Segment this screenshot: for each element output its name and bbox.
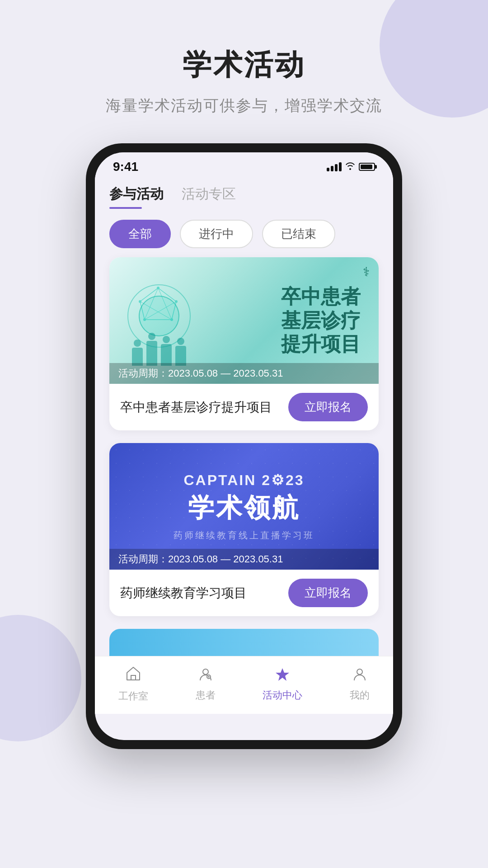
banner-main-title: 卒中患者基层诊疗提升项目 [204,285,361,356]
nav-activity[interactable]: 活动中心 [263,667,302,702]
card-period-bar-2: 活动周期：2023.05.08 — 2023.05.31 [109,549,379,570]
filter-ongoing[interactable]: 进行中 [180,220,253,248]
bottom-nav: 工作室 患者 [95,656,393,714]
signal-bar-2 [331,166,333,171]
nav-patient[interactable]: 患者 [196,667,216,702]
card-title-2: 药师继续教育学习项目 [120,585,247,602]
filter-all[interactable]: 全部 [109,220,171,248]
svg-line-4 [140,302,172,320]
svg-point-9 [139,300,141,303]
captain-title-cn: 学术领航 [188,491,300,526]
svg-rect-10 [131,675,136,680]
nav-patient-label: 患者 [196,689,216,702]
card-footer-1: 卒中患者基层诊疗提升项目 立即报名 [109,384,379,430]
signal-bar-3 [335,164,338,171]
activity-card-2: CAPTAIN 2⚙23 学术领航 药师继续教育线上直播学习班 活动周期：202… [109,443,379,616]
signal-bars-icon [327,162,342,171]
svg-point-7 [170,318,173,321]
register-btn-1[interactable]: 立即报名 [288,393,368,421]
captain-title-en: CAPTAIN 2⚙23 [183,472,304,489]
nav-workspace-label: 工作室 [118,689,148,703]
mesh-svg [127,283,190,347]
phone-screen: 9:41 [95,152,393,740]
filter-ended[interactable]: 已结束 [262,220,335,248]
people-silhouette [132,341,186,366]
person-2 [146,341,157,366]
card-banner-3-partial [109,629,379,656]
svg-marker-0 [140,288,176,320]
app-content: 参与活动 活动专区 全部 进行中 已结束 [95,178,393,656]
status-time: 9:41 [113,160,138,174]
nav-workspace[interactable]: 工作室 [118,665,148,703]
card-title-1: 卒中患者基层诊疗提升项目 [120,399,272,416]
patient-icon [197,667,214,685]
svg-point-6 [175,300,178,303]
captain-subtitle: 药师继续教育线上直播学习班 [174,529,314,542]
status-icons [327,162,375,172]
nav-activity-label: 活动中心 [263,689,302,702]
person-3 [161,344,172,366]
card-banner-1: 卒中患者基层诊疗提升项目 ⚕ 活动周期：2023.05.08 — 2023.05… [109,257,379,384]
activity-card-1: 卒中患者基层诊疗提升项目 ⚕ 活动周期：2023.05.08 — 2023.05… [109,257,379,430]
tab-bar: 参与活动 活动专区 [109,178,379,209]
svg-point-8 [143,318,146,321]
card-banner-2: CAPTAIN 2⚙23 学术领航 药师继续教育线上直播学习班 活动周期：202… [109,443,379,570]
tab-special[interactable]: 活动专区 [182,185,236,209]
phone-wrapper: 9:41 [0,143,488,749]
battery-fill [361,165,372,169]
deco-icon: ⚕ [363,264,370,279]
svg-point-14 [357,669,362,675]
svg-point-11 [203,669,208,675]
tab-participate[interactable]: 参与活动 [109,185,164,209]
phone-mockup: 9:41 [86,143,402,749]
page-header: 学术活动 海量学术活动可供参与，增强学术交流 [0,0,488,116]
card-period-bar-1: 活动周期：2023.05.08 — 2023.05.31 [109,363,379,384]
status-bar: 9:41 [95,152,393,178]
battery-icon [359,163,375,171]
filter-bar: 全部 进行中 已结束 [109,209,379,257]
mine-icon [352,667,368,685]
svg-marker-13 [276,668,289,681]
signal-bar-4 [339,162,342,171]
nav-mine-label: 我的 [350,689,370,702]
card-footer-2: 药师继续教育学习项目 立即报名 [109,570,379,616]
wifi-icon [345,162,355,172]
banner-text-1: 卒中患者基层诊疗提升项目 [204,285,365,356]
activity-icon [274,667,291,685]
nav-mine[interactable]: 我的 [350,667,370,702]
workspace-icon [125,665,141,686]
svg-point-5 [157,287,160,289]
page-subtitle: 海量学术活动可供参与，增强学术交流 [0,95,488,116]
register-btn-2[interactable]: 立即报名 [288,579,368,607]
brain-visual [123,275,204,366]
signal-bar-1 [327,168,329,171]
svg-line-3 [145,302,176,320]
page-title: 学术活动 [0,45,488,85]
